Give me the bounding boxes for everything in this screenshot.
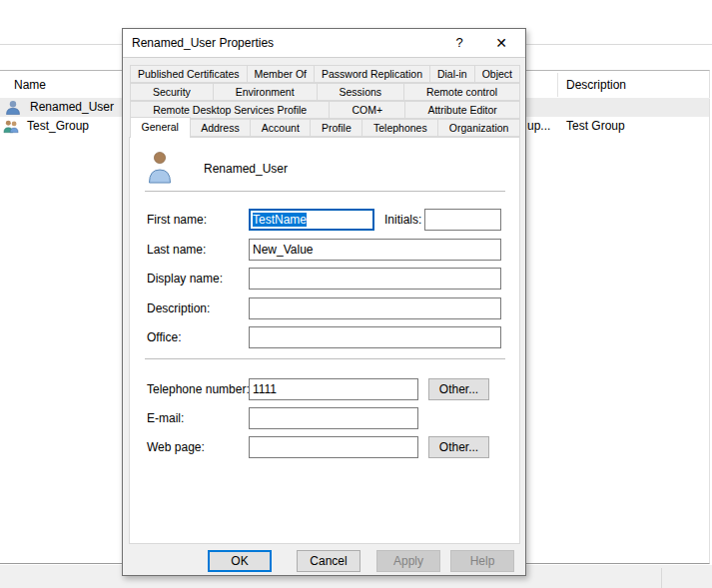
tab-strip: Published CertificatesMember OfPassword … [130, 65, 520, 137]
help-icon[interactable]: ? [443, 29, 475, 57]
telephone-other-button[interactable]: Other... [428, 378, 489, 400]
last-name-input[interactable]: New_Value [249, 239, 501, 261]
separator [145, 358, 505, 359]
user-icon [5, 100, 21, 115]
tab-environment[interactable]: Environment [213, 83, 318, 101]
tab-com[interactable]: COM+ [329, 101, 405, 119]
tab-profile[interactable]: Profile [310, 119, 362, 137]
email-input[interactable] [249, 407, 418, 429]
selected-text: TestName [253, 213, 307, 227]
office-label: Office: [147, 330, 181, 344]
description-input[interactable] [249, 297, 501, 319]
help-button: Help [450, 550, 514, 572]
tab-row-3: GeneralAddressAccountProfileTelephonesOr… [130, 119, 520, 137]
first-name-input[interactable]: TestName [249, 209, 374, 231]
separator [145, 191, 505, 192]
column-separator[interactable] [557, 73, 558, 97]
description-label: Description: [147, 301, 210, 315]
general-tab-page: Renamed_User First name: TestName Initia… [129, 137, 520, 544]
group-icon [3, 119, 19, 134]
dialog-button-row: OKCancelApplyHelp [123, 550, 525, 572]
first-name-label: First name: [147, 213, 207, 227]
initials-label: Initials: [384, 213, 421, 227]
tab-dial-in[interactable]: Dial-in [429, 65, 475, 83]
close-icon[interactable]: ✕ [485, 29, 517, 57]
status-bar-divider [661, 568, 662, 588]
dialog-titlebar: Renamed_User Properties ? ✕ [123, 29, 525, 58]
object-name-label: Renamed_User [204, 162, 288, 176]
tab-attribute-editor[interactable]: Attribute Editor [404, 101, 520, 119]
list-item-description: Test Group [566, 117, 625, 136]
tab-security[interactable]: Security [130, 83, 214, 101]
office-input[interactable] [249, 326, 501, 348]
dialog-title: Renamed_User Properties [132, 36, 274, 50]
initials-input[interactable] [424, 209, 501, 231]
cancel-button[interactable]: Cancel [297, 550, 360, 572]
column-header-description[interactable]: Description [566, 78, 626, 92]
tab-published-certificates[interactable]: Published Certificates [130, 65, 248, 83]
email-label: E-mail: [147, 411, 184, 425]
column-header-name[interactable]: Name [14, 78, 46, 92]
screen: Name Description Renamed_User Test_Group… [0, 0, 712, 588]
tab-telephones[interactable]: Telephones [361, 119, 438, 137]
ok-button[interactable]: OK [208, 550, 272, 572]
tab-address[interactable]: Address [190, 119, 252, 137]
tab-password-replication[interactable]: Password Replication [314, 65, 430, 83]
properties-dialog: Renamed_User Properties ? ✕ Published Ce… [122, 28, 526, 576]
user-avatar-icon [147, 151, 173, 184]
list-item-type: up... [527, 117, 550, 136]
tab-object[interactable]: Object [474, 65, 520, 83]
apply-button: Apply [376, 550, 440, 572]
web-page-other-button[interactable]: Other... [428, 436, 489, 458]
tab-row-0: Published CertificatesMember OfPassword … [130, 65, 520, 83]
tab-member-of[interactable]: Member Of [247, 65, 315, 83]
telephone-label: Telephone number: [147, 382, 250, 396]
tab-remote-control[interactable]: Remote control [403, 83, 520, 101]
tab-account[interactable]: Account [250, 119, 311, 137]
list-item-label: Test_Group [27, 117, 89, 136]
web-page-label: Web page: [147, 440, 205, 454]
telephone-input[interactable]: 1111 [249, 378, 418, 400]
tab-general[interactable]: General [130, 117, 191, 138]
list-item-label: Renamed_User [30, 98, 114, 117]
tab-row-1: SecurityEnvironmentSessionsRemote contro… [130, 83, 520, 101]
display-name-input[interactable] [249, 268, 501, 290]
web-page-input[interactable] [249, 436, 418, 458]
tab-organization[interactable]: Organization [437, 119, 520, 137]
display-name-label: Display name: [147, 272, 223, 286]
last-name-label: Last name: [147, 243, 206, 257]
tab-sessions[interactable]: Sessions [317, 83, 404, 101]
